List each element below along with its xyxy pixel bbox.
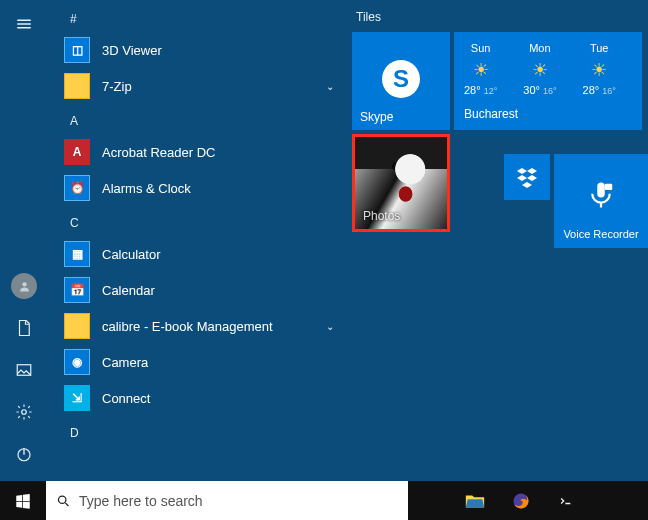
hamburger-button[interactable] — [0, 4, 48, 44]
app-icon: ◉ — [64, 349, 90, 375]
sun-icon: ☀ — [532, 58, 548, 82]
svg-rect-8 — [559, 494, 576, 507]
svg-point-2 — [22, 410, 27, 415]
app-icon: ▦ — [64, 241, 90, 267]
start-menu: #◫3D Viewer7-Zip⌄AAAcrobat Reader DC⏰Ala… — [0, 0, 648, 481]
app-icon: 📅 — [64, 277, 90, 303]
app-label: Calendar — [102, 283, 155, 298]
file-explorer-icon — [464, 490, 486, 512]
dropbox-icon — [515, 165, 539, 189]
app-item[interactable]: ◉Camera — [48, 344, 350, 380]
svg-point-6 — [58, 496, 65, 503]
terminal-icon — [557, 491, 577, 511]
microphone-icon — [586, 180, 616, 210]
windows-logo-icon — [14, 492, 32, 510]
svg-point-0 — [22, 282, 26, 286]
app-label: Alarms & Clock — [102, 181, 191, 196]
tile-label: Voice Recorder — [563, 228, 638, 240]
tiles-panel: Tiles S Skype Sun☀28°12°Mon☀30°16°Tue☀28… — [350, 0, 648, 481]
app-label: Acrobat Reader DC — [102, 145, 215, 160]
weather-day: Sun☀28°12° — [464, 41, 497, 98]
pictures-button[interactable] — [0, 349, 48, 391]
chevron-down-icon: ⌄ — [326, 81, 334, 92]
search-box[interactable] — [46, 481, 408, 520]
gear-icon — [15, 403, 33, 421]
app-label: calibre - E-book Management — [102, 319, 273, 334]
tile-photos[interactable]: Photos — [352, 134, 450, 232]
documents-button[interactable] — [0, 307, 48, 349]
section-header[interactable]: A — [48, 104, 350, 134]
app-item[interactable]: AAcrobat Reader DC — [48, 134, 350, 170]
section-header[interactable]: C — [48, 206, 350, 236]
app-label: 7-Zip — [102, 79, 132, 94]
start-rail — [0, 0, 48, 481]
app-icon: A — [64, 139, 90, 165]
app-item[interactable]: 7-Zip⌄ — [48, 68, 350, 104]
settings-button[interactable] — [0, 391, 48, 433]
app-label: Connect — [102, 391, 150, 406]
taskbar-firefox[interactable] — [498, 481, 544, 520]
skype-icon: S — [382, 60, 420, 98]
start-button[interactable] — [0, 481, 46, 520]
power-icon — [15, 445, 33, 463]
tile-weather[interactable]: Sun☀28°12°Mon☀30°16°Tue☀28°16° Bucharest — [454, 32, 642, 130]
search-input[interactable] — [79, 493, 398, 509]
taskbar-file-explorer[interactable] — [452, 481, 498, 520]
pictures-icon — [15, 361, 33, 379]
taskbar-terminal[interactable] — [544, 481, 590, 520]
tile-label: Photos — [363, 209, 400, 223]
weather-day: Mon☀30°16° — [523, 41, 556, 98]
app-label: 3D Viewer — [102, 43, 162, 58]
app-item[interactable]: 📅Calendar — [48, 272, 350, 308]
avatar — [11, 273, 37, 299]
app-item[interactable]: ◫3D Viewer — [48, 32, 350, 68]
tile-voice-recorder[interactable]: Voice Recorder — [554, 154, 648, 248]
sun-icon: ☀ — [591, 58, 607, 82]
weather-city: Bucharest — [464, 107, 518, 122]
tile-dropbox[interactable] — [504, 154, 550, 200]
firefox-icon — [511, 491, 531, 511]
document-icon — [15, 319, 33, 337]
app-item[interactable]: ⇲Connect — [48, 380, 350, 416]
app-icon: ⇲ — [64, 385, 90, 411]
user-account-button[interactable] — [0, 265, 48, 307]
app-icon: ◫ — [64, 37, 90, 63]
app-list: #◫3D Viewer7-Zip⌄AAAcrobat Reader DC⏰Ala… — [48, 0, 350, 481]
app-icon: ⏰ — [64, 175, 90, 201]
search-icon — [56, 493, 71, 509]
app-item[interactable]: calibre - E-book Management⌄ — [48, 308, 350, 344]
power-button[interactable] — [0, 433, 48, 475]
app-item[interactable]: ⏰Alarms & Clock — [48, 170, 350, 206]
hamburger-icon — [15, 15, 33, 33]
sun-icon: ☀ — [473, 58, 489, 82]
app-label: Calculator — [102, 247, 161, 262]
tile-label: Skype — [360, 110, 393, 124]
section-header[interactable]: # — [48, 2, 350, 32]
svg-rect-4 — [597, 183, 605, 198]
section-header[interactable]: D — [48, 416, 350, 446]
svg-rect-5 — [605, 184, 613, 190]
person-icon — [18, 280, 31, 293]
app-icon — [64, 313, 90, 339]
tiles-header[interactable]: Tiles — [352, 4, 642, 32]
taskbar — [0, 481, 648, 520]
weather-day: Tue☀28°16° — [583, 41, 616, 98]
chevron-down-icon: ⌄ — [326, 321, 334, 332]
app-label: Camera — [102, 355, 148, 370]
app-item[interactable]: ▦Calculator — [48, 236, 350, 272]
app-icon — [64, 73, 90, 99]
tile-skype[interactable]: S Skype — [352, 32, 450, 130]
